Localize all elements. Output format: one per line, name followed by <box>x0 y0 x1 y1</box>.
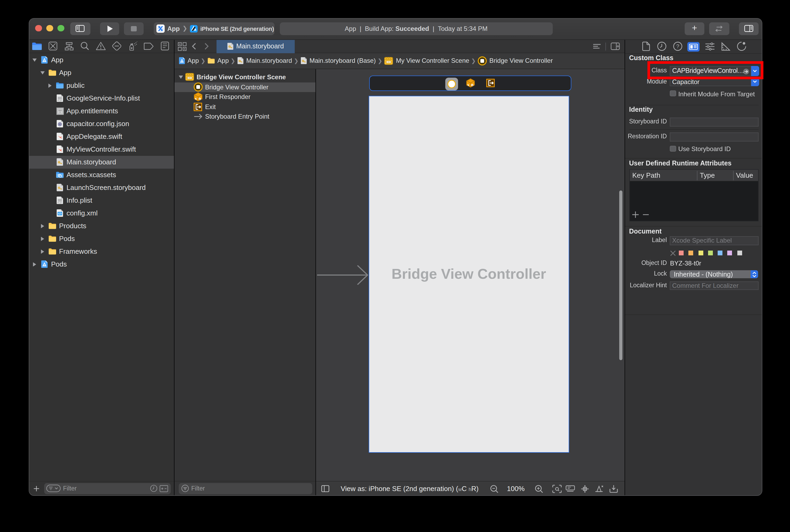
svg-text:PLIST: PLIST <box>57 202 62 204</box>
svg-text:1: 1 <box>199 98 200 100</box>
svg-text:?: ? <box>676 43 679 49</box>
svg-text:PLIST: PLIST <box>57 100 62 101</box>
svg-text:1: 1 <box>471 84 473 87</box>
